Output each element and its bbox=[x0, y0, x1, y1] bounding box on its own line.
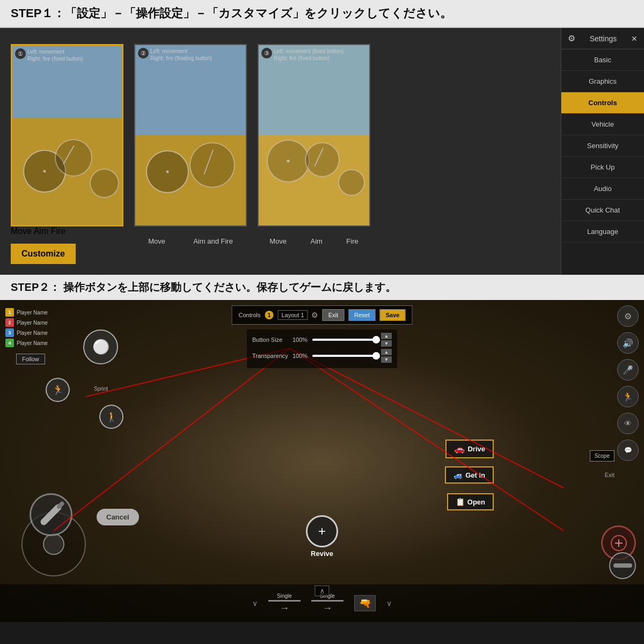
settings-item-graphics[interactable]: Graphics bbox=[561, 71, 644, 92]
settings-item-vehicle[interactable]: Vehicle bbox=[561, 114, 644, 135]
sprint-label: Sprint bbox=[94, 386, 108, 392]
revive-button[interactable]: + Revive bbox=[306, 515, 338, 558]
transparency-row: Transparency 100% ▲ ▼ bbox=[252, 349, 392, 363]
transparency-track[interactable] bbox=[312, 355, 376, 357]
team-name-4: Player Name bbox=[17, 340, 48, 346]
settings-item-sensitivity[interactable]: Sensitivity bbox=[561, 135, 644, 157]
ammo-display bbox=[609, 552, 636, 579]
team-num-2: 2 bbox=[5, 318, 14, 327]
fire-btn-3 bbox=[338, 169, 365, 196]
gear-icon-small[interactable]: ⚙ bbox=[311, 311, 318, 319]
ammo-inner bbox=[613, 564, 632, 568]
layout-desc-2: Left: movement Right: fire (floating but… bbox=[150, 48, 212, 62]
controls-bar: Controls 1 Layout 1 ⚙ Exit Reset Save bbox=[232, 305, 413, 325]
settings-item-pickup[interactable]: Pick Up bbox=[561, 157, 644, 178]
aim-circle-3 bbox=[305, 142, 340, 177]
layout-labels-2: Move Aim and Fire bbox=[134, 237, 247, 245]
aim-fire-circle-2 bbox=[189, 142, 235, 188]
team-num-1: 1 bbox=[5, 308, 14, 317]
drive-button[interactable]: 🚗 Drive bbox=[445, 440, 494, 458]
step1-header: STEP１：「設定」－「操作設定」－「カスタマイズ」をクリックしてください。 bbox=[0, 0, 644, 28]
step1-content: ① Left: movement Right: fire (fixed butt… bbox=[0, 28, 644, 275]
weapon-slot-1[interactable]: Single → bbox=[268, 593, 301, 614]
layout-card-2[interactable]: ② Left: movement Right: fire (floating b… bbox=[134, 44, 247, 226]
follow-button[interactable]: Follow bbox=[16, 354, 45, 364]
step2-header: STEP２： 操作ボタンを上部に移動してください。保存してゲームに戻します。 bbox=[0, 275, 644, 300]
slider-arrows: ▲ ▼ bbox=[381, 333, 392, 347]
layout-card-1[interactable]: ① Left: movement Right: fire (fixed butt… bbox=[11, 44, 123, 226]
button-size-thumb[interactable] bbox=[372, 336, 380, 343]
transparency-label: Transparency bbox=[252, 353, 290, 359]
layout-name: Layout 1 bbox=[277, 310, 308, 320]
transparency-arrows: ▲ ▼ bbox=[381, 349, 392, 363]
mic-icon-btn[interactable]: 🎤 bbox=[617, 359, 639, 380]
getin-icon: 🚙 bbox=[453, 471, 463, 479]
up-arrow-btn[interactable]: ▲ bbox=[381, 333, 392, 339]
expand-button[interactable]: ∧ bbox=[315, 586, 330, 596]
chat-icon-btn[interactable]: 💬 bbox=[617, 440, 639, 461]
settings-item-audio[interactable]: Audio bbox=[561, 178, 644, 200]
weapon-icon: 🔫 bbox=[354, 595, 376, 611]
settings-item-quickchat[interactable]: Quick Chat bbox=[561, 200, 644, 221]
team-name-1: Player Name bbox=[17, 310, 48, 316]
close-icon[interactable]: ✕ bbox=[631, 34, 638, 43]
layout-desc-3: Left: movement (fixed button) Right: fir… bbox=[274, 48, 343, 62]
team-item-1: 1 Player Name bbox=[5, 308, 48, 317]
player-icon-2[interactable]: 🚶 bbox=[99, 405, 123, 429]
button-size-value: 100% bbox=[292, 336, 310, 343]
sound-icon-btn[interactable]: 🔊 bbox=[617, 332, 639, 354]
button-size-label: Button Size bbox=[252, 336, 290, 343]
save-button[interactable]: Save bbox=[380, 309, 406, 321]
down-arrow-btn[interactable]: ▼ bbox=[381, 340, 392, 347]
bullet-icon-large[interactable] bbox=[30, 493, 72, 536]
layout-labels-1: Move Aim Fire bbox=[11, 226, 123, 236]
settings-item-controls[interactable]: Controls bbox=[561, 92, 644, 114]
settings-item-language[interactable]: Language bbox=[561, 221, 644, 243]
button-size-row: Button Size 100% ▲ ▼ bbox=[252, 333, 392, 347]
right-icons-panel: ⚙ 🔊 🎤 🏃 👁 💬 bbox=[617, 305, 639, 461]
customize-button[interactable]: Customize bbox=[11, 244, 76, 264]
getin-label: Get in bbox=[465, 471, 485, 479]
avatar-circle-large[interactable]: ⚪ bbox=[83, 330, 118, 364]
cancel-button[interactable]: Cancel bbox=[97, 509, 139, 525]
team-name-3: Player Name bbox=[17, 330, 48, 336]
revive-label: Revive bbox=[311, 550, 333, 558]
exit-label: Exit bbox=[605, 472, 614, 478]
settings-sidebar: ⚙ Settings ✕ Basic Graphics Controls Veh… bbox=[561, 28, 644, 275]
run-icon-btn[interactable]: 🏃 bbox=[617, 386, 639, 407]
getin-button[interactable]: 🚙 Get in bbox=[445, 466, 494, 484]
settings-header: ⚙ Settings ✕ bbox=[561, 28, 644, 49]
chevron-down-left: ∨ bbox=[252, 599, 258, 608]
open-button[interactable]: 📋 Open bbox=[447, 493, 494, 510]
eye-icon-btn[interactable]: 👁 bbox=[617, 413, 639, 434]
team-num-3: 3 bbox=[5, 328, 14, 337]
crosshair-circle bbox=[611, 535, 627, 551]
team-name-2: Player Name bbox=[17, 320, 48, 326]
team-item-3: 3 Player Name bbox=[5, 328, 48, 337]
step2-content: 1 Player Name 2 Player Name 3 Player Nam… bbox=[0, 300, 644, 622]
down-arrow-btn-2[interactable]: ▼ bbox=[381, 356, 392, 363]
open-label: Open bbox=[467, 498, 485, 506]
fire-btn-1 bbox=[90, 169, 119, 198]
button-size-track[interactable] bbox=[312, 339, 376, 341]
layout-card-3[interactable]: ③ Left: movement (fixed button) Right: f… bbox=[258, 44, 370, 226]
scope-button[interactable]: Scope bbox=[590, 450, 614, 462]
settings-item-basic[interactable]: Basic bbox=[561, 49, 644, 71]
settings-icon-btn[interactable]: ⚙ bbox=[617, 305, 639, 327]
scope-area: Scope bbox=[590, 450, 614, 462]
transparency-thumb[interactable] bbox=[372, 352, 380, 360]
control-layouts: ① Left: movement Right: fire (fixed butt… bbox=[0, 28, 561, 275]
chevron-down-right: ∨ bbox=[386, 599, 392, 608]
transparency-fill bbox=[312, 355, 376, 357]
layout-num-1: ① bbox=[15, 48, 26, 59]
exit-button[interactable]: Exit bbox=[323, 309, 344, 321]
player-icon-1[interactable]: 🏃 bbox=[46, 378, 70, 402]
up-arrow-btn-2[interactable]: ▲ bbox=[381, 349, 392, 355]
revive-circle: + bbox=[306, 515, 338, 547]
team-list: 1 Player Name 2 Player Name 3 Player Nam… bbox=[5, 308, 48, 349]
layout-select: Layout 1 ⚙ bbox=[277, 310, 318, 320]
button-size-fill bbox=[312, 339, 376, 341]
aim-circle-1 bbox=[55, 139, 92, 177]
controls-title: Controls bbox=[239, 312, 261, 318]
reset-button[interactable]: Reset bbox=[348, 309, 376, 321]
